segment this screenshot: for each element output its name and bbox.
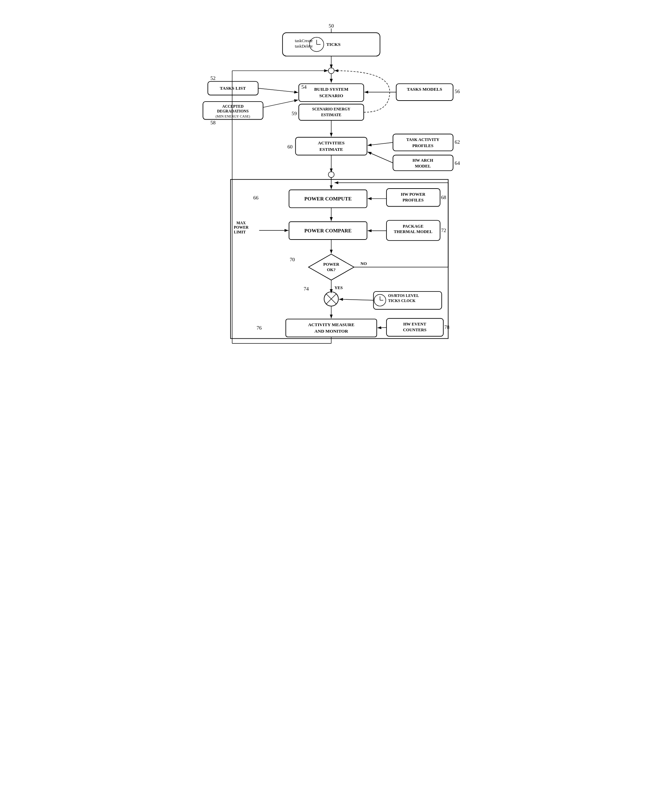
ref-70: 70	[290, 257, 295, 262]
accepted-deg-label2: DEGRADATIONS	[217, 109, 249, 113]
activity-measure-label2: AND MONITOR	[314, 329, 348, 334]
task-activity-label2: PROFILES	[412, 143, 434, 148]
hw-power-label1: HW POWER	[401, 192, 425, 197]
svg-line-7	[258, 88, 298, 92]
svg-line-11	[368, 143, 393, 145]
ref-54: 54	[301, 84, 307, 90]
ticks-label: TICKS	[326, 42, 341, 47]
scenario-energy-box	[299, 104, 364, 121]
ref-59: 59	[292, 111, 297, 116]
svg-line-30	[377, 327, 387, 328]
power-compute-label: POWER COMPUTE	[304, 196, 352, 201]
scenario-energy-label2: ESTIMATE	[321, 113, 342, 117]
yes-label: YES	[334, 285, 343, 290]
ref-58: 58	[210, 119, 216, 125]
activities-estimate-label1: ACTIVITIES	[318, 140, 345, 145]
package-thermal-label1: PACKAGE	[403, 224, 424, 229]
scenario-energy-label1: SCENARIO ENERGY	[312, 107, 350, 111]
hw-event-label2: COUNTERS	[403, 327, 427, 332]
flowchart-svg: 50 taskCreate taskDelete TICKS 54 BUILD …	[188, 20, 481, 394]
tasks-models-label1: TASKS MODELS	[407, 87, 442, 92]
ref-66: 66	[253, 195, 259, 200]
ref-76: 76	[257, 325, 262, 331]
ref-78: 78	[444, 324, 450, 330]
tasks-models-box	[397, 84, 453, 101]
ref-72: 72	[441, 227, 446, 233]
svg-line-28	[339, 299, 373, 300]
accepted-deg-label3: (MIN ENERGY CASE)	[215, 114, 250, 119]
max-power-label2: POWER	[234, 225, 249, 229]
activities-estimate-label2: ESTIMATE	[319, 147, 343, 152]
ref-52: 52	[210, 75, 215, 81]
build-system-box	[299, 84, 364, 102]
activity-measure-label1: ACTIVITY MEASURE	[308, 322, 355, 327]
hw-arch-label2: MODEL	[415, 164, 431, 168]
hw-power-label2: PROFILES	[402, 198, 424, 203]
ref-74: 74	[304, 286, 309, 292]
hw-arch-label1: HW ARCH	[413, 158, 434, 163]
task-activity-label1: TASK ACTIVITY	[406, 137, 439, 142]
junction-mid	[328, 171, 334, 177]
ref-62: 62	[455, 139, 460, 145]
diagram-container: 50 taskCreate taskDelete TICKS 54 BUILD …	[182, 7, 487, 409]
ref-68: 68	[441, 195, 446, 200]
os-rtos-label1: OS/RTOS LEVEL	[388, 294, 419, 298]
max-power-label1: MAX	[236, 221, 246, 225]
hw-event-label1: HW EVENT	[403, 322, 426, 327]
accepted-deg-label1: ACCEPTED	[222, 104, 244, 108]
activities-estimate-box	[296, 137, 367, 155]
package-thermal-label2: THERMAL MODEL	[394, 229, 432, 234]
build-system-label2: SCENARIO	[319, 93, 343, 98]
ref-56: 56	[455, 88, 460, 94]
power-ok-label2: OK?	[327, 267, 336, 272]
task-activity-box	[393, 134, 453, 151]
svg-line-12	[368, 152, 393, 163]
tasks-list-label: TASKS LIST	[220, 86, 246, 91]
max-power-label3: LIMIT	[234, 230, 246, 234]
svg-line-8	[263, 100, 298, 107]
ref-64: 64	[455, 160, 460, 166]
task-delete-label: taskDelete	[295, 44, 313, 49]
hw-event-box	[387, 318, 443, 336]
os-rtos-label2: TICKS CLOCK	[388, 299, 416, 303]
task-create-label: taskCreate	[295, 39, 313, 43]
power-ok-label1: POWER	[323, 262, 340, 267]
ref-50: 50	[329, 23, 334, 29]
power-compare-label: POWER COMPARE	[304, 228, 351, 233]
ref-60: 60	[287, 144, 293, 149]
activity-measure-box	[286, 319, 377, 337]
no-label: NO	[360, 261, 367, 266]
build-system-label1: BUILD SYSTEM	[314, 87, 348, 92]
junction-top	[328, 68, 334, 74]
